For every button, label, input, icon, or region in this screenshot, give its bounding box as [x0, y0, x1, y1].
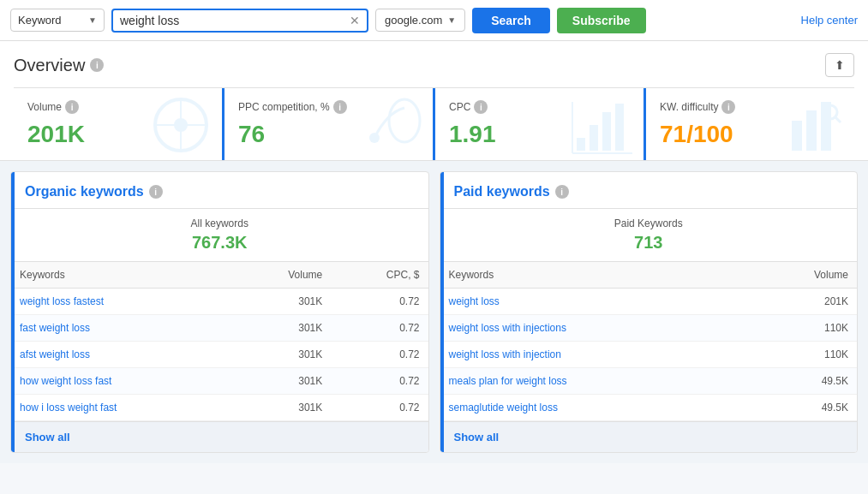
paid-kw-link[interactable]: weight loss with injection: [449, 348, 561, 360]
export-button[interactable]: ⬆: [825, 53, 854, 77]
paid-volume-cell: 49.5K: [742, 395, 857, 421]
domain-dropdown[interactable]: google.com ▼: [375, 9, 465, 32]
chevron-down-icon: ▼: [88, 15, 97, 25]
organic-table-row: how i loss weight fast 301K 0.72: [11, 395, 428, 421]
paid-kw-link[interactable]: weight loss with injections: [449, 322, 566, 334]
paid-table-row: weight loss with injection 110K: [440, 342, 858, 368]
organic-cpc-cell: 0.72: [331, 368, 428, 395]
svg-rect-8: [602, 112, 611, 151]
paid-col-volume: Volume: [742, 262, 857, 289]
organic-keywords-table: Keywords Volume CPC, $ weight loss faste…: [11, 262, 428, 421]
organic-kw-link[interactable]: afst weight loss: [20, 348, 90, 360]
svg-point-4: [389, 99, 420, 142]
svg-point-3: [174, 118, 188, 132]
chevron-down-icon-domain: ▼: [447, 15, 456, 25]
paid-kw-cell: weight loss with injection: [440, 342, 743, 368]
search-input[interactable]: [120, 14, 346, 27]
paid-kw-link[interactable]: meals plan for weight loss: [449, 375, 567, 387]
organic-show-all-link[interactable]: Show all: [25, 431, 70, 443]
paid-summary-label: Paid Keywords: [440, 217, 858, 229]
organic-kw-cell: afst weight loss: [11, 342, 231, 368]
keyword-dropdown[interactable]: Keyword ▼: [10, 9, 105, 32]
organic-keywords-panel: Organic keywords i All keywords 767.3K K…: [10, 171, 429, 453]
organic-summary: All keywords 767.3K: [11, 209, 428, 262]
svg-rect-12: [792, 121, 802, 151]
keyword-dropdown-label: Keyword: [18, 14, 62, 27]
organic-col-cpc: CPC, $: [331, 262, 428, 289]
paid-table-row: weight loss with injections 110K: [440, 315, 858, 342]
metrics-row: Volume i 201K PPC competition, % i 76: [14, 87, 854, 160]
svg-line-16: [835, 116, 841, 122]
paid-panel-header: Paid keywords i: [440, 172, 858, 209]
left-accent-organic: [11, 172, 15, 452]
metric-cpc: CPC i 1.91: [435, 88, 646, 160]
kw-illustration: [779, 95, 847, 158]
content-area: Organic keywords i All keywords 767.3K K…: [0, 161, 868, 463]
paid-kw-cell: weight loss: [440, 289, 743, 315]
paid-keywords-table: Keywords Volume weight loss 201K weight …: [440, 262, 858, 421]
paid-panel-title: Paid keywords i: [454, 184, 844, 199]
svg-rect-14: [821, 102, 831, 151]
paid-volume-cell: 110K: [742, 315, 857, 342]
svg-rect-9: [615, 104, 624, 151]
organic-volume-cell: 301K: [231, 395, 331, 421]
svg-rect-7: [590, 125, 598, 151]
cpc-illustration: [568, 95, 637, 158]
organic-volume-cell: 301K: [231, 315, 331, 342]
paid-table-row: meals plan for weight loss 49.5K: [440, 368, 858, 395]
organic-col-volume: Volume: [231, 262, 331, 289]
left-accent-paid: [440, 172, 444, 452]
organic-kw-link[interactable]: weight loss fastest: [20, 295, 104, 307]
header: Keyword ▼ ✕ google.com ▼ Search Subscrib…: [0, 0, 868, 41]
paid-info-icon[interactable]: i: [555, 185, 569, 199]
search-input-wrap: ✕: [111, 9, 368, 33]
paid-volume-cell: 201K: [742, 289, 857, 315]
paid-show-all-row: Show all: [440, 421, 858, 452]
organic-summary-value: 767.3K: [11, 233, 428, 253]
paid-kw-link[interactable]: semaglutide weight loss: [449, 402, 558, 414]
domain-value: google.com: [385, 14, 442, 27]
volume-illustration: [147, 95, 215, 158]
organic-show-all-row: Show all: [11, 421, 428, 452]
paid-keywords-panel: Paid keywords i Paid Keywords 713 Keywor…: [440, 171, 859, 453]
ppc-illustration: [357, 95, 426, 158]
overview-title: Overview i: [14, 56, 104, 75]
search-button[interactable]: Search: [472, 8, 550, 33]
volume-info-icon[interactable]: i: [65, 100, 79, 114]
paid-kw-link[interactable]: weight loss: [449, 295, 500, 307]
kw-info-icon[interactable]: i: [721, 100, 735, 114]
organic-cpc-cell: 0.72: [331, 289, 428, 315]
organic-volume-cell: 301K: [231, 342, 331, 368]
organic-volume-cell: 301K: [231, 368, 331, 395]
svg-rect-13: [806, 110, 817, 151]
organic-kw-link[interactable]: fast weight loss: [20, 322, 90, 334]
subscribe-button[interactable]: Subscribe: [557, 8, 646, 33]
organic-cpc-cell: 0.72: [331, 342, 428, 368]
paid-show-all-link[interactable]: Show all: [454, 431, 500, 443]
organic-kw-cell: weight loss fastest: [11, 289, 231, 315]
paid-table-row: semaglutide weight loss 49.5K: [440, 395, 858, 421]
cpc-info-icon[interactable]: i: [474, 100, 488, 114]
paid-volume-cell: 49.5K: [742, 368, 857, 395]
organic-cpc-cell: 0.72: [331, 315, 428, 342]
organic-table-row: how weight loss fast 301K 0.72: [11, 368, 428, 395]
organic-panel-title: Organic keywords i: [25, 184, 415, 199]
organic-kw-cell: fast weight loss: [11, 315, 231, 342]
help-center-link[interactable]: Help center: [801, 14, 858, 27]
svg-point-5: [369, 133, 380, 143]
organic-kw-link[interactable]: how i loss weight fast: [20, 402, 117, 414]
overview-header: Overview i ⬆: [14, 53, 854, 77]
organic-kw-cell: how i loss weight fast: [11, 395, 231, 421]
paid-summary-value: 713: [440, 233, 858, 253]
organic-info-icon[interactable]: i: [149, 185, 163, 199]
svg-rect-6: [577, 138, 585, 151]
overview-info-icon[interactable]: i: [90, 58, 104, 72]
organic-summary-label: All keywords: [11, 217, 428, 229]
organic-panel-header: Organic keywords i: [11, 172, 428, 209]
organic-kw-link[interactable]: how weight loss fast: [20, 375, 111, 387]
clear-icon[interactable]: ✕: [350, 14, 360, 27]
organic-cpc-cell: 0.72: [331, 395, 428, 421]
ppc-info-icon[interactable]: i: [333, 100, 347, 114]
paid-kw-cell: weight loss with injections: [440, 315, 743, 342]
paid-col-keywords: Keywords: [440, 262, 743, 289]
